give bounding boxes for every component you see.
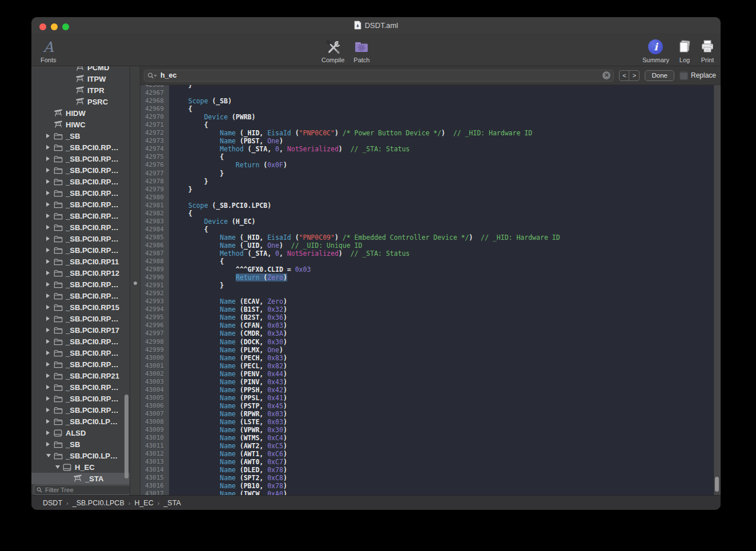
sidebar-item--sb-pci0-rp-[interactable]: _SB.PCI0.RP… xyxy=(31,210,130,222)
tree-item-label: _SB.PCI0.RP… xyxy=(66,280,118,289)
sidebar-item-alsd[interactable]: ALSD xyxy=(31,427,130,439)
sidebar-item--sb-pci0-rp-[interactable]: _SB.PCI0.RP… xyxy=(31,347,130,359)
disclosure-collapsed-icon[interactable] xyxy=(46,328,53,332)
fonts-button[interactable]: A Fonts xyxy=(41,36,57,63)
disclosure-collapsed-icon[interactable] xyxy=(46,156,53,161)
disclosure-collapsed-icon[interactable] xyxy=(46,362,53,367)
disclosure-collapsed-icon[interactable] xyxy=(46,168,53,172)
disclosure-collapsed-icon[interactable] xyxy=(46,305,53,309)
replace-option: Replace xyxy=(679,71,716,80)
sidebar-item--sb-pci0-rp-[interactable]: _SB.PCI0.RP… xyxy=(31,336,130,347)
search-field[interactable]: ✕ xyxy=(144,70,614,82)
disclosure-collapsed-icon[interactable] xyxy=(46,373,53,378)
disclosure-collapsed-icon[interactable] xyxy=(46,351,53,355)
filter-field[interactable] xyxy=(34,485,130,495)
line-number: 42981 xyxy=(140,202,169,210)
sidebar-item--sb-pci0-rp-[interactable]: _SB.PCI0.RP… xyxy=(31,359,130,370)
code-line: ^^^GFX0.CLID = 0x03 xyxy=(172,266,714,274)
disclosure-expanded-icon[interactable] xyxy=(55,465,62,469)
search-icon[interactable] xyxy=(147,73,157,79)
sidebar-item--sb-pci0-rp-[interactable]: _SB.PCI0.RP… xyxy=(31,164,130,176)
disclosure-collapsed-icon[interactable] xyxy=(46,442,53,447)
search-input[interactable] xyxy=(159,71,600,80)
sidebar-item--sb-pci0-rp21[interactable]: _SB.PCI0.RP21 xyxy=(31,370,130,381)
sidebar-item--sb-pci0-rp-[interactable]: _SB.PCI0.RP… xyxy=(31,142,130,153)
sidebar-item--sb-pci0-rp-[interactable]: _SB.PCI0.RP… xyxy=(31,233,130,244)
sidebar-item--sb-pci0-rp-[interactable]: _SB.PCI0.RP… xyxy=(31,279,130,290)
sidebar-item--sb-pci0-rp-[interactable]: _SB.PCI0.RP… xyxy=(31,187,130,199)
disclosure-collapsed-icon[interactable] xyxy=(46,419,53,424)
clear-search-icon[interactable]: ✕ xyxy=(602,71,610,79)
sidebar-item--sb-pci0-rp-[interactable]: _SB.PCI0.RP… xyxy=(31,222,130,233)
sidebar-item-pcmd[interactable]: PCMD xyxy=(31,66,130,73)
sidebar-item--sb-pci0-rp-[interactable]: _SB.PCI0.RP… xyxy=(31,404,130,416)
sidebar-item--sb-pci0-lp-[interactable]: _SB.PCI0.LP… xyxy=(31,450,130,461)
tree-item-label: _SB.PCI0.RP15 xyxy=(66,303,119,312)
summary-button[interactable]: i Summary xyxy=(642,36,669,63)
disclosure-collapsed-icon[interactable] xyxy=(46,202,53,207)
disclosure-collapsed-icon[interactable] xyxy=(46,396,53,401)
disclosure-collapsed-icon[interactable] xyxy=(46,236,53,241)
document-proxy-icon[interactable] xyxy=(354,21,361,30)
sidebar-item-hidw[interactable]: HIDW xyxy=(31,107,130,119)
disclosure-collapsed-icon[interactable] xyxy=(46,248,53,252)
sidebar-item--sb-pci0-rp-[interactable]: _SB.PCI0.RP… xyxy=(31,176,130,187)
editor-scrollbar-thumb[interactable] xyxy=(715,477,719,492)
sidebar-item--sb-pci0-rp12[interactable]: _SB.PCI0.RP12 xyxy=(31,267,130,279)
disclosure-collapsed-icon[interactable] xyxy=(46,259,53,264)
find-previous-button[interactable]: < xyxy=(620,71,629,81)
sidebar-item--sb[interactable]: _SB xyxy=(31,439,130,450)
breadcrumb-separator-icon: › xyxy=(128,500,131,506)
disclosure-collapsed-icon[interactable] xyxy=(46,134,53,138)
find-next-button[interactable]: > xyxy=(629,71,639,81)
log-button[interactable]: Log xyxy=(677,36,692,63)
sidebar-item--sb-pci0-rp-[interactable]: _SB.PCI0.RP… xyxy=(31,244,130,256)
sidebar-item--sb[interactable]: _SB xyxy=(31,130,130,142)
divider-handle-dot[interactable] xyxy=(134,281,137,285)
disclosure-collapsed-icon[interactable] xyxy=(46,339,53,344)
sidebar-item-itpw[interactable]: ITPW xyxy=(31,73,130,85)
sidebar-item-hiwc[interactable]: HIWC xyxy=(31,119,130,130)
sidebar-item--sb-pci0-rp-[interactable]: _SB.PCI0.RP… xyxy=(31,381,130,393)
sidebar-item-psrc[interactable]: PSRC xyxy=(31,96,130,107)
sidebar-item--sb-pci0-rp-[interactable]: _SB.PCI0.RP… xyxy=(31,393,130,404)
sidebar-scrollbar-thumb[interactable] xyxy=(124,395,128,478)
code-line: Name (CMDR, 0x3A) xyxy=(172,329,714,337)
sidebar-item--sb-pci0-rp15[interactable]: _SB.PCI0.RP15 xyxy=(31,301,130,313)
editor-scrollbar-track[interactable] xyxy=(714,85,721,495)
patch-button[interactable]: Patch xyxy=(353,36,369,63)
sidebar-item-itpr[interactable]: ITPR xyxy=(31,85,130,96)
breadcrumb-item: DSDT xyxy=(43,499,62,507)
disclosure-collapsed-icon[interactable] xyxy=(46,225,53,230)
disclosure-collapsed-icon[interactable] xyxy=(46,385,53,389)
disclosure-collapsed-icon[interactable] xyxy=(46,293,53,298)
disclosure-collapsed-icon[interactable] xyxy=(46,214,53,218)
done-button[interactable]: Done xyxy=(645,70,674,81)
sidebar-item--sb-pci0-rp-[interactable]: _SB.PCI0.RP… xyxy=(31,290,130,301)
sidebar-item--sb-pci0-rp-[interactable]: _SB.PCI0.RP… xyxy=(31,199,130,210)
code-editor[interactable]: } Scope (_SB) { Device (PWRB) { Name (_H… xyxy=(169,85,714,495)
disclosure-collapsed-icon[interactable] xyxy=(46,145,53,150)
filter-tree-input[interactable] xyxy=(44,486,127,494)
sidebar-item--sb-pci0-rp17[interactable]: _SB.PCI0.RP17 xyxy=(31,324,130,336)
disclosure-expanded-icon[interactable] xyxy=(46,454,53,457)
folder-icon xyxy=(53,315,63,323)
disclosure-collapsed-icon[interactable] xyxy=(46,179,53,184)
sidebar-item--sb-pci0-rp-[interactable]: _SB.PCI0.RP… xyxy=(31,313,130,324)
titlebar[interactable]: DSDT.aml xyxy=(31,17,721,33)
compile-button[interactable]: Compile xyxy=(321,36,344,63)
disclosure-collapsed-icon[interactable] xyxy=(46,316,53,321)
replace-checkbox[interactable] xyxy=(679,71,688,80)
sidebar-item--sb-pci0-rp-[interactable]: _SB.PCI0.RP… xyxy=(31,153,130,164)
sidebar-item--sta[interactable]: _STA xyxy=(31,473,130,484)
disclosure-collapsed-icon[interactable] xyxy=(46,191,53,195)
disclosure-collapsed-icon[interactable] xyxy=(46,431,53,435)
disclosure-collapsed-icon[interactable] xyxy=(46,271,53,275)
sidebar-item--sb-pci0-lp-[interactable]: _SB.PCI0.LP… xyxy=(31,416,130,427)
disclosure-collapsed-icon[interactable] xyxy=(46,282,53,287)
sidebar-item-h-ec[interactable]: H_EC xyxy=(31,461,130,473)
disclosure-collapsed-icon[interactable] xyxy=(46,408,53,412)
print-button[interactable]: Print xyxy=(700,36,715,63)
sidebar-item--sb-pci0-rp11[interactable]: _SB.PCI0.RP11 xyxy=(31,256,130,267)
split-divider[interactable] xyxy=(130,66,140,495)
